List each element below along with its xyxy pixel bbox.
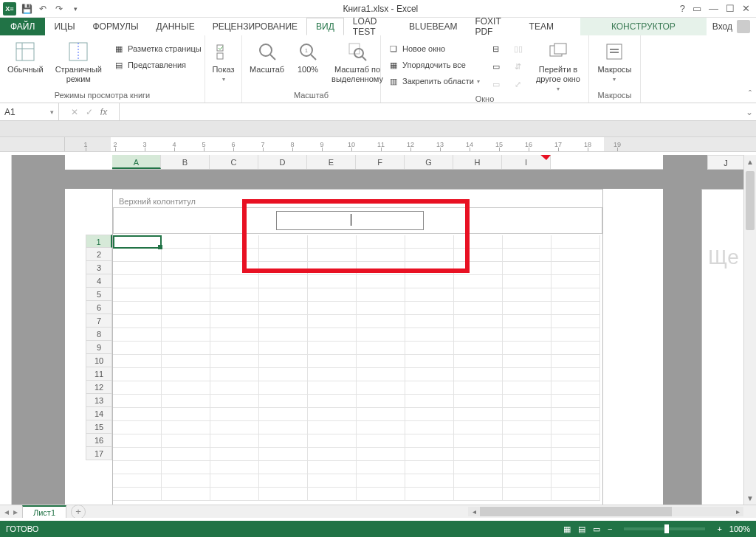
cell[interactable] [162,395,210,408]
cell[interactable] [162,488,210,501]
cell[interactable] [162,434,210,448]
row-header-14[interactable]: 14 [86,407,112,420]
cell[interactable] [162,328,210,342]
cell[interactable] [259,249,308,262]
grid-row[interactable] [113,421,602,434]
row-header-3[interactable]: 3 [86,261,112,274]
col-header-D[interactable]: D [258,155,307,169]
cell[interactable] [210,342,259,355]
cell[interactable] [113,275,162,288]
cell[interactable] [503,355,551,368]
cell[interactable] [162,288,210,302]
cell[interactable] [551,315,600,328]
cell[interactable] [308,421,357,434]
custom-views-button[interactable]: ▤Представления [111,58,204,72]
page-layout-shortcut-icon[interactable]: ▤ [578,524,585,534]
undo-icon[interactable]: ↶ [37,3,49,15]
tab-0[interactable]: ИЦЫ [45,18,83,35]
grid-row[interactable] [113,302,602,315]
cell[interactable] [162,461,210,474]
cell[interactable] [551,249,600,262]
grid-row[interactable] [113,275,602,288]
cell[interactable] [357,461,405,474]
redo-icon[interactable]: ↷ [53,3,65,15]
cell[interactable] [357,474,405,488]
cell[interactable] [405,368,454,381]
cell[interactable] [162,368,210,381]
close-icon[interactable]: ✕ [742,3,750,14]
grid-row[interactable] [113,434,602,448]
cell[interactable] [210,235,259,249]
cell[interactable] [551,421,600,434]
cell[interactable] [503,342,551,355]
cell[interactable] [210,461,259,474]
cell[interactable] [551,448,600,461]
cell[interactable] [551,275,600,288]
cell[interactable] [259,461,308,474]
cell[interactable] [308,408,357,421]
cell[interactable] [405,448,454,461]
cell[interactable] [551,328,600,342]
cell[interactable] [259,342,308,355]
cell[interactable] [551,434,600,448]
cell[interactable] [113,262,162,275]
cell[interactable] [308,288,357,302]
reset-pos-button[interactable]: ⤢ [510,77,526,91]
cell[interactable] [454,408,503,421]
zoom-out-icon[interactable]: − [608,524,612,533]
arrange-all-button[interactable]: ▦Упорядочить все [385,58,482,72]
scroll-down-icon[interactable]: ▼ [744,491,756,505]
grid-row[interactable] [113,461,602,474]
cell[interactable] [210,381,259,395]
cell[interactable] [405,381,454,395]
row-headers[interactable]: 1234567891011121314151617 [86,235,112,460]
cell[interactable] [503,448,551,461]
cell[interactable] [551,302,600,315]
cell[interactable] [259,368,308,381]
col-header-G[interactable]: G [405,155,453,169]
cell[interactable] [405,342,454,355]
col-header-B[interactable]: B [161,155,210,169]
tab-data[interactable]: ДАННЫЕ [148,18,204,35]
name-box[interactable]: A1 ▾ [0,103,59,120]
tab-formulas[interactable]: ФОРМУЛЫ [84,18,148,35]
cell[interactable] [405,395,454,408]
qat-customize-icon[interactable]: ▾ [69,3,81,15]
col-header-E[interactable]: E [307,155,356,169]
expand-formula-bar-icon[interactable]: ⌄ [743,103,756,120]
cell[interactable] [551,461,600,474]
cell[interactable] [503,302,551,315]
cell[interactable] [454,288,503,302]
cell[interactable] [113,249,162,262]
cell[interactable] [405,302,454,315]
horizontal-scrollbar[interactable]: ◂ ▸ [468,507,743,516]
cell[interactable] [503,461,551,474]
row-header-16[interactable]: 16 [86,434,112,447]
cell[interactable] [454,302,503,315]
cell[interactable] [113,395,162,408]
row-header-11[interactable]: 11 [86,367,112,381]
cell[interactable] [113,302,162,315]
cell[interactable] [357,434,405,448]
grid-row[interactable] [113,235,602,249]
view-side-button[interactable]: ▯▯ [510,41,526,56]
cell[interactable] [210,302,259,315]
cell[interactable] [503,275,551,288]
cell[interactable] [503,474,551,488]
formula-input[interactable] [120,103,743,120]
cell[interactable] [405,262,454,275]
cell-grid[interactable] [113,235,602,501]
cell[interactable] [551,235,600,249]
cell[interactable] [503,434,551,448]
cell[interactable] [357,328,405,342]
cell[interactable] [113,448,162,461]
tab-review[interactable]: РЕЦЕНЗИРОВАНИЕ [204,18,306,35]
row-header-12[interactable]: 12 [86,381,112,394]
cell[interactable] [405,315,454,328]
cell[interactable] [405,235,454,249]
cell[interactable] [210,421,259,434]
cell[interactable] [454,249,503,262]
sign-in[interactable]: Вход [707,18,756,35]
cell[interactable] [259,302,308,315]
column-headers[interactable]: A B C D E F G H I [112,155,663,170]
